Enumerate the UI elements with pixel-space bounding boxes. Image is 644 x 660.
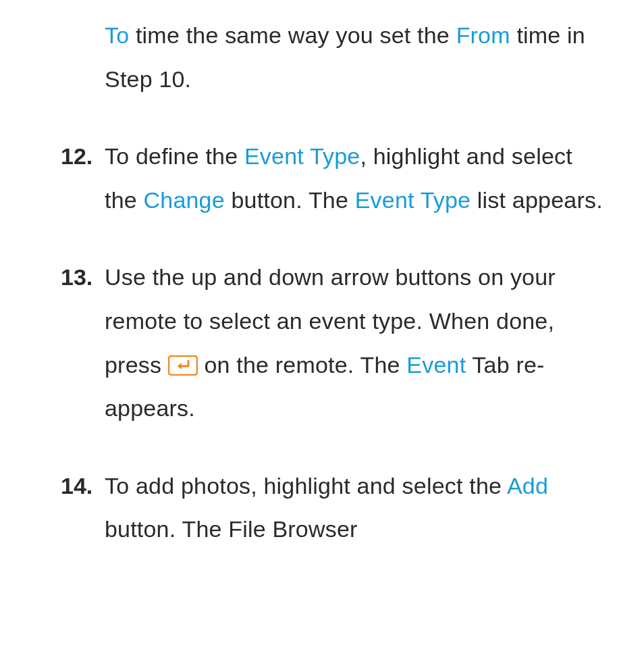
step-number: 14. xyxy=(61,464,105,551)
text-segment: To add photos, highlight and select the xyxy=(105,473,507,499)
step-text: To add photos, highlight and select the … xyxy=(105,464,603,551)
highlight-to: To xyxy=(105,22,129,48)
step-12: 12. To define the Event Type, highlight … xyxy=(61,134,603,222)
text-segment: To define the xyxy=(105,143,244,169)
highlight-event-type-2: Event Type xyxy=(355,187,471,213)
highlight-add: Add xyxy=(507,473,548,499)
step-number: 12. xyxy=(61,134,105,222)
step-number: 13. xyxy=(61,255,105,430)
highlight-event-type: Event Type xyxy=(244,143,360,169)
step-text: Use the up and down arrow buttons on you… xyxy=(105,255,603,430)
text-segment: button. The File Browser xyxy=(105,516,358,542)
highlight-from: From xyxy=(456,22,510,48)
intro-fragment: To time the same way you set the From ti… xyxy=(105,14,603,101)
step-text: To define the Event Type, highlight and … xyxy=(105,134,603,222)
highlight-change: Change xyxy=(144,187,225,213)
highlight-event: Event xyxy=(406,352,466,378)
step-14: 14. To add photos, highlight and select … xyxy=(61,464,603,551)
intro-text-1: time the same way you set the xyxy=(129,22,456,48)
text-segment: button. The xyxy=(225,187,355,213)
text-segment: on the remote. The xyxy=(198,352,407,378)
text-segment: list appears. xyxy=(471,187,603,213)
manual-content: To time the same way you set the From ti… xyxy=(0,0,644,551)
step-13: 13. Use the up and down arrow buttons on… xyxy=(61,255,603,430)
enter-icon xyxy=(168,355,198,376)
